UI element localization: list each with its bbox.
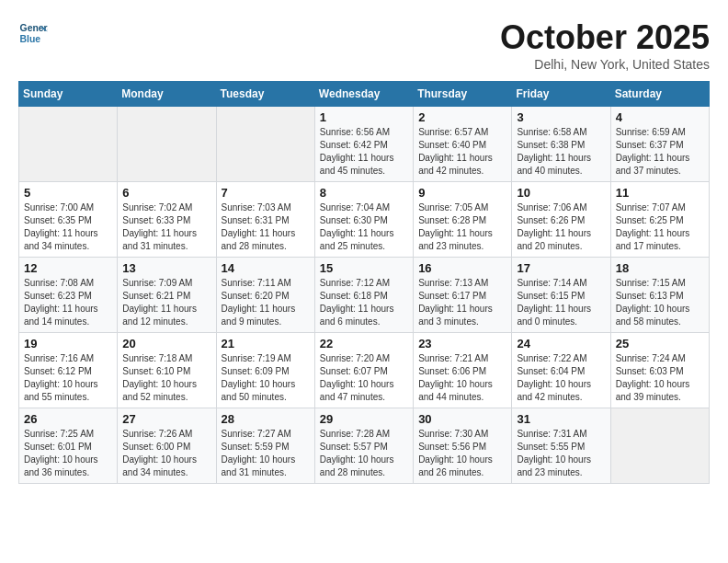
calendar-cell: 4Sunrise: 6:59 AM Sunset: 6:37 PM Daylig… bbox=[610, 107, 709, 182]
day-number: 14 bbox=[222, 261, 310, 275]
day-info: Sunrise: 6:58 AM Sunset: 6:38 PM Dayligh… bbox=[517, 126, 605, 178]
calendar-cell: 30Sunrise: 7:30 AM Sunset: 5:56 PM Dayli… bbox=[414, 408, 512, 484]
day-info: Sunrise: 7:11 AM Sunset: 6:20 PM Dayligh… bbox=[222, 277, 310, 328]
day-info: Sunrise: 7:14 AM Sunset: 6:15 PM Dayligh… bbox=[517, 277, 605, 328]
day-info: Sunrise: 7:30 AM Sunset: 5:56 PM Dayligh… bbox=[418, 428, 506, 479]
day-info: Sunrise: 7:22 AM Sunset: 6:04 PM Dayligh… bbox=[517, 352, 605, 404]
calendar-table: SundayMondayTuesdayWednesdayThursdayFrid… bbox=[18, 81, 710, 484]
day-info: Sunrise: 7:02 AM Sunset: 6:33 PM Dayligh… bbox=[122, 201, 210, 253]
calendar-cell: 31Sunrise: 7:31 AM Sunset: 5:55 PM Dayli… bbox=[512, 408, 610, 484]
calendar-cell: 19Sunrise: 7:16 AM Sunset: 6:12 PM Dayli… bbox=[19, 333, 118, 408]
calendar-cell: 25Sunrise: 7:24 AM Sunset: 6:03 PM Dayli… bbox=[610, 333, 709, 408]
day-number: 31 bbox=[517, 412, 605, 426]
day-info: Sunrise: 7:24 AM Sunset: 6:03 PM Dayligh… bbox=[616, 352, 704, 404]
day-info: Sunrise: 7:04 AM Sunset: 6:30 PM Dayligh… bbox=[320, 201, 408, 253]
calendar-cell: 21Sunrise: 7:19 AM Sunset: 6:09 PM Dayli… bbox=[216, 333, 314, 408]
calendar-cell: 28Sunrise: 7:27 AM Sunset: 5:59 PM Dayli… bbox=[216, 408, 314, 484]
weekday-header: Thursday bbox=[414, 82, 512, 107]
day-info: Sunrise: 7:09 AM Sunset: 6:21 PM Dayligh… bbox=[122, 277, 210, 328]
calendar-header: SundayMondayTuesdayWednesdayThursdayFrid… bbox=[19, 82, 710, 107]
day-info: Sunrise: 6:56 AM Sunset: 6:42 PM Dayligh… bbox=[320, 126, 408, 178]
calendar-cell: 2Sunrise: 6:57 AM Sunset: 6:40 PM Daylig… bbox=[414, 107, 512, 182]
day-number: 20 bbox=[122, 337, 210, 350]
day-number: 17 bbox=[517, 261, 605, 275]
calendar-week-row: 26Sunrise: 7:25 AM Sunset: 6:01 PM Dayli… bbox=[19, 408, 710, 484]
day-info: Sunrise: 7:25 AM Sunset: 6:01 PM Dayligh… bbox=[24, 428, 112, 479]
svg-text:Blue: Blue bbox=[20, 34, 41, 44]
calendar-week-row: 1Sunrise: 6:56 AM Sunset: 6:42 PM Daylig… bbox=[19, 107, 710, 182]
calendar-cell: 23Sunrise: 7:21 AM Sunset: 6:06 PM Dayli… bbox=[414, 333, 512, 408]
calendar-cell: 6Sunrise: 7:02 AM Sunset: 6:33 PM Daylig… bbox=[118, 182, 216, 258]
day-number: 13 bbox=[122, 261, 210, 275]
day-number: 19 bbox=[24, 337, 112, 350]
calendar-cell: 14Sunrise: 7:11 AM Sunset: 6:20 PM Dayli… bbox=[216, 258, 314, 333]
calendar-cell: 8Sunrise: 7:04 AM Sunset: 6:30 PM Daylig… bbox=[314, 182, 413, 258]
day-info: Sunrise: 7:15 AM Sunset: 6:13 PM Dayligh… bbox=[616, 277, 704, 328]
day-number: 27 bbox=[122, 412, 210, 426]
day-number: 7 bbox=[222, 186, 310, 200]
day-info: Sunrise: 7:08 AM Sunset: 6:23 PM Dayligh… bbox=[24, 277, 112, 328]
day-number: 11 bbox=[616, 186, 704, 200]
day-info: Sunrise: 7:27 AM Sunset: 5:59 PM Dayligh… bbox=[222, 428, 310, 479]
day-number: 22 bbox=[320, 337, 408, 350]
calendar-cell: 12Sunrise: 7:08 AM Sunset: 6:23 PM Dayli… bbox=[19, 258, 118, 333]
day-info: Sunrise: 7:03 AM Sunset: 6:31 PM Dayligh… bbox=[222, 201, 310, 253]
calendar-cell: 29Sunrise: 7:28 AM Sunset: 5:57 PM Dayli… bbox=[314, 408, 413, 484]
day-number: 1 bbox=[320, 110, 408, 124]
day-number: 18 bbox=[616, 261, 704, 275]
day-info: Sunrise: 7:16 AM Sunset: 6:12 PM Dayligh… bbox=[24, 352, 112, 404]
calendar-cell bbox=[216, 107, 314, 182]
calendar-cell: 15Sunrise: 7:12 AM Sunset: 6:18 PM Dayli… bbox=[314, 258, 413, 333]
day-number: 30 bbox=[418, 412, 506, 426]
calendar-cell: 20Sunrise: 7:18 AM Sunset: 6:10 PM Dayli… bbox=[118, 333, 216, 408]
day-info: Sunrise: 7:21 AM Sunset: 6:06 PM Dayligh… bbox=[418, 352, 506, 404]
calendar-cell: 3Sunrise: 6:58 AM Sunset: 6:38 PM Daylig… bbox=[512, 107, 610, 182]
logo: General Blue bbox=[18, 18, 48, 48]
header-row: SundayMondayTuesdayWednesdayThursdayFrid… bbox=[19, 82, 710, 107]
calendar-body: 1Sunrise: 6:56 AM Sunset: 6:42 PM Daylig… bbox=[19, 107, 710, 484]
day-info: Sunrise: 7:20 AM Sunset: 6:07 PM Dayligh… bbox=[320, 352, 408, 404]
calendar-cell: 1Sunrise: 6:56 AM Sunset: 6:42 PM Daylig… bbox=[314, 107, 413, 182]
calendar-cell: 17Sunrise: 7:14 AM Sunset: 6:15 PM Dayli… bbox=[512, 258, 610, 333]
day-number: 4 bbox=[616, 110, 704, 124]
day-number: 5 bbox=[24, 186, 112, 200]
day-info: Sunrise: 7:31 AM Sunset: 5:55 PM Dayligh… bbox=[517, 428, 605, 479]
weekday-header: Monday bbox=[118, 82, 216, 107]
day-info: Sunrise: 6:59 AM Sunset: 6:37 PM Dayligh… bbox=[616, 126, 704, 178]
logo-icon: General Blue bbox=[18, 18, 48, 48]
calendar-cell: 22Sunrise: 7:20 AM Sunset: 6:07 PM Dayli… bbox=[314, 333, 413, 408]
day-number: 26 bbox=[24, 412, 112, 426]
day-info: Sunrise: 7:12 AM Sunset: 6:18 PM Dayligh… bbox=[320, 277, 408, 328]
day-number: 16 bbox=[418, 261, 506, 275]
calendar-cell: 18Sunrise: 7:15 AM Sunset: 6:13 PM Dayli… bbox=[610, 258, 709, 333]
calendar-week-row: 12Sunrise: 7:08 AM Sunset: 6:23 PM Dayli… bbox=[19, 258, 710, 333]
day-number: 15 bbox=[320, 261, 408, 275]
calendar-week-row: 5Sunrise: 7:00 AM Sunset: 6:35 PM Daylig… bbox=[19, 182, 710, 258]
day-number: 25 bbox=[616, 337, 704, 350]
calendar-cell: 10Sunrise: 7:06 AM Sunset: 6:26 PM Dayli… bbox=[512, 182, 610, 258]
weekday-header: Wednesday bbox=[314, 82, 413, 107]
calendar-cell: 13Sunrise: 7:09 AM Sunset: 6:21 PM Dayli… bbox=[118, 258, 216, 333]
day-number: 3 bbox=[517, 110, 605, 124]
day-number: 8 bbox=[320, 186, 408, 200]
day-number: 28 bbox=[222, 412, 310, 426]
day-info: Sunrise: 7:13 AM Sunset: 6:17 PM Dayligh… bbox=[418, 277, 506, 328]
calendar-cell: 16Sunrise: 7:13 AM Sunset: 6:17 PM Dayli… bbox=[414, 258, 512, 333]
day-info: Sunrise: 7:05 AM Sunset: 6:28 PM Dayligh… bbox=[418, 201, 506, 253]
day-number: 12 bbox=[24, 261, 112, 275]
title-area: October 2025 Delhi, New York, United Sta… bbox=[500, 18, 710, 72]
day-number: 23 bbox=[418, 337, 506, 350]
calendar-cell bbox=[610, 408, 709, 484]
day-info: Sunrise: 7:00 AM Sunset: 6:35 PM Dayligh… bbox=[24, 201, 112, 253]
day-info: Sunrise: 6:57 AM Sunset: 6:40 PM Dayligh… bbox=[418, 126, 506, 178]
calendar-cell: 9Sunrise: 7:05 AM Sunset: 6:28 PM Daylig… bbox=[414, 182, 512, 258]
day-number: 21 bbox=[222, 337, 310, 350]
calendar-cell: 11Sunrise: 7:07 AM Sunset: 6:25 PM Dayli… bbox=[610, 182, 709, 258]
calendar-cell bbox=[19, 107, 118, 182]
day-info: Sunrise: 7:06 AM Sunset: 6:26 PM Dayligh… bbox=[517, 201, 605, 253]
weekday-header: Friday bbox=[512, 82, 610, 107]
weekday-header: Sunday bbox=[19, 82, 118, 107]
calendar-cell: 5Sunrise: 7:00 AM Sunset: 6:35 PM Daylig… bbox=[19, 182, 118, 258]
day-info: Sunrise: 7:19 AM Sunset: 6:09 PM Dayligh… bbox=[222, 352, 310, 404]
day-number: 29 bbox=[320, 412, 408, 426]
